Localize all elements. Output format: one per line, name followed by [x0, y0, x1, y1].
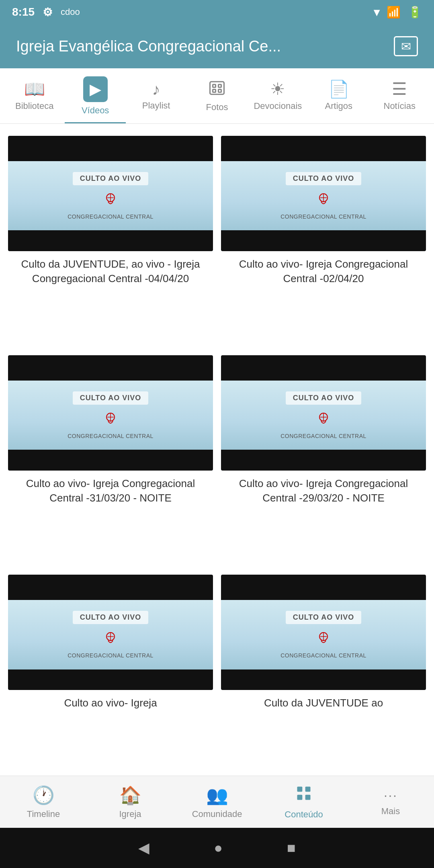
svg-rect-0: [210, 82, 224, 94]
video-thumbnail-5: CULTO AO VIVO CONGREGACIONAL CENTRAL: [8, 575, 213, 690]
svg-rect-2: [218, 84, 221, 87]
thumb-label: CULTO AO VIVO: [73, 172, 149, 185]
conteudo-icon: [295, 784, 313, 806]
fotos-icon: [209, 80, 225, 99]
devocionais-icon: ☀: [270, 81, 285, 98]
svg-rect-24: [305, 786, 311, 792]
video-thumbnail-6: CULTO AO VIVO CONGREGACIONAL CENTRAL: [221, 575, 426, 690]
video-item-2[interactable]: CULTO AO VIVO CONGREGACIONAL CENTRAL Cul…: [221, 136, 426, 339]
playlist-icon: ♪: [152, 81, 160, 97]
thumb-label-5: CULTO AO VIVO: [73, 611, 149, 624]
recent-button[interactable]: ■: [287, 839, 296, 856]
video-title-4: Culto ao vivo- Igreja Congregacional Cen…: [221, 476, 426, 506]
bottom-nav-comunidade[interactable]: 👥 Comunidade: [174, 776, 260, 828]
mais-icon: ···: [384, 787, 397, 803]
svg-rect-3: [213, 90, 215, 92]
svg-rect-4: [218, 90, 221, 92]
svg-rect-23: [297, 786, 303, 792]
status-bar-left: 8:15 ⚙ cdoo: [12, 6, 80, 19]
video-title-2: Culto ao vivo- Igreja Congregacional Cen…: [221, 257, 426, 286]
video-item-5[interactable]: CULTO AO VIVO CONGREGACIONAL CENTRAL Cul…: [8, 575, 213, 764]
wifi-icon: ▾: [374, 6, 379, 19]
tab-artigos-label: Artigos: [325, 101, 352, 111]
video-grid: CULTO AO VIVO CONGREGACIONAL CENTRAL Cul…: [0, 124, 434, 776]
video-thumbnail-4: CULTO AO VIVO CONGREGACIONAL CENTRAL: [221, 355, 426, 471]
tab-playlist[interactable]: ♪ Playlist: [126, 68, 186, 123]
video-item-4[interactable]: CULTO AO VIVO CONGREGACIONAL CENTRAL Cul…: [221, 355, 426, 559]
conteudo-label: Conteúdo: [285, 809, 323, 820]
tab-devocionais[interactable]: ☀ Devocionais: [248, 68, 308, 123]
home-button[interactable]: ●: [214, 839, 223, 856]
tab-fotos[interactable]: Fotos: [186, 68, 247, 123]
video-title-1: Culto da JUVENTUDE, ao vivo - Igreja Con…: [8, 257, 213, 286]
tab-biblioteca[interactable]: 📖 Biblioteca: [4, 68, 65, 123]
igreja-icon: 🏠: [119, 785, 141, 806]
thumb-label-4: CULTO AO VIVO: [286, 391, 362, 405]
svg-rect-25: [297, 794, 303, 800]
android-nav-bar: ◀ ● ■: [0, 828, 434, 868]
nav-tabs: 📖 Biblioteca ▶ Vídeos ♪ Playlist Fotos ☀…: [0, 68, 434, 124]
thumb-label-2: CULTO AO VIVO: [286, 172, 362, 185]
mais-label: Mais: [381, 806, 400, 817]
videos-icon: ▶: [83, 76, 108, 102]
mail-button[interactable]: ✉: [394, 36, 418, 56]
thumb-logo: [100, 189, 121, 209]
thumb-church-name: CONGREGACIONAL CENTRAL: [68, 213, 154, 220]
video-thumbnail-3: CULTO AO VIVO CONGREGACIONAL CENTRAL: [8, 355, 213, 471]
video-thumbnail-2: CULTO AO VIVO CONGREGACIONAL CENTRAL: [221, 136, 426, 251]
tab-devocionais-label: Devocionais: [254, 101, 302, 111]
settings-icon: ⚙: [43, 6, 53, 19]
app-header: Igreja Evangélica Congregacional Ce... ✉: [0, 24, 434, 68]
comunidade-label: Comunidade: [192, 809, 242, 819]
svg-rect-26: [305, 794, 311, 800]
thumb-bottom-bar: [8, 230, 213, 251]
tab-noticias-label: Notícias: [384, 101, 416, 111]
artigos-icon: 📄: [328, 81, 349, 98]
igreja-label: Igreja: [119, 809, 141, 819]
cdoo-label: cdoo: [61, 7, 80, 17]
bottom-nav-timeline[interactable]: 🕐 Timeline: [0, 776, 87, 828]
video-title-5: Culto ao vivo- Igreja: [64, 696, 157, 710]
tab-videos-label: Vídeos: [82, 105, 109, 116]
tab-playlist-label: Playlist: [142, 100, 170, 111]
tab-videos[interactable]: ▶ Vídeos: [65, 68, 125, 123]
app-title: Igreja Evangélica Congregacional Ce...: [16, 38, 394, 55]
video-thumbnail-1: CULTO AO VIVO CONGREGACIONAL CENTRAL: [8, 136, 213, 251]
thumb-content: CULTO AO VIVO CONGREGACIONAL CENTRAL: [8, 161, 213, 230]
bottom-nav-conteudo[interactable]: Conteúdo: [260, 776, 347, 828]
signal-icon: 📶: [387, 6, 401, 19]
tab-biblioteca-label: Biblioteca: [15, 101, 53, 111]
tab-fotos-label: Fotos: [206, 102, 228, 113]
svg-rect-1: [213, 84, 215, 87]
video-title-3: Culto ao vivo- Igreja Congregacional Cen…: [8, 476, 213, 506]
timeline-icon: 🕐: [33, 785, 55, 806]
tab-artigos[interactable]: 📄 Artigos: [308, 68, 369, 123]
video-item-3[interactable]: CULTO AO VIVO CONGREGACIONAL CENTRAL Cul…: [8, 355, 213, 559]
timeline-label: Timeline: [27, 809, 60, 819]
tab-noticias[interactable]: ☰ Notícias: [369, 68, 430, 123]
thumb-top-bar: [8, 136, 213, 161]
battery-icon: 🔋: [408, 6, 422, 19]
bottom-nav-igreja[interactable]: 🏠 Igreja: [87, 776, 174, 828]
bottom-nav-mais[interactable]: ··· Mais: [347, 776, 434, 828]
status-bar: 8:15 ⚙ cdoo ▾ 📶 🔋: [0, 0, 434, 24]
noticias-icon: ☰: [392, 81, 407, 98]
comunidade-icon: 👥: [206, 785, 228, 806]
video-title-6: Culto da JUVENTUDE ao: [264, 696, 383, 710]
biblioteca-icon: 📖: [24, 81, 45, 98]
video-item-1[interactable]: CULTO AO VIVO CONGREGACIONAL CENTRAL Cul…: [8, 136, 213, 339]
status-bar-right: ▾ 📶 🔋: [374, 6, 422, 19]
video-item-6[interactable]: CULTO AO VIVO CONGREGACIONAL CENTRAL Cul…: [221, 575, 426, 764]
time-display: 8:15: [12, 6, 35, 18]
bottom-nav: 🕐 Timeline 🏠 Igreja 👥 Comunidade Conteúd…: [0, 776, 434, 828]
thumb-label-6: CULTO AO VIVO: [286, 611, 362, 624]
thumb-label-3: CULTO AO VIVO: [73, 391, 149, 405]
back-button[interactable]: ◀: [138, 839, 149, 856]
